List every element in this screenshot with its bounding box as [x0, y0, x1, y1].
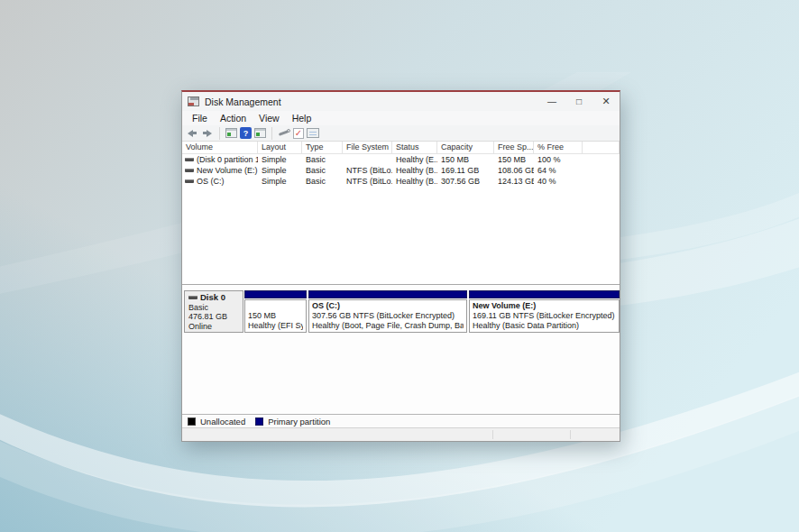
cell-type: Basic: [302, 165, 343, 176]
volume-list-pane: Volume Layout Type File System Status Ca…: [182, 142, 620, 285]
volume-list-header: Volume Layout Type File System Status Ca…: [182, 142, 620, 154]
disk-type: Basic: [188, 303, 239, 313]
primary-partition-label: Primary partition: [268, 417, 330, 427]
menu-help[interactable]: Help: [286, 113, 318, 124]
disk-icon: [188, 296, 197, 299]
cell-status: Healthy (E...: [392, 154, 437, 165]
partition-color-bar: [469, 290, 620, 298]
partition-efi[interactable]: 150 MB Healthy (EFI Syste: [244, 290, 307, 333]
console-window-icon[interactable]: [254, 128, 266, 138]
partition-status: Healthy (EFI Syste: [248, 321, 303, 331]
title-bar[interactable]: Disk Management — □ ✕: [182, 92, 620, 111]
toolbar-separator: [219, 127, 220, 140]
column-header-file-system[interactable]: File System: [343, 142, 392, 153]
status-divider: [492, 430, 493, 439]
cell-pct-free: 64 %: [534, 165, 583, 176]
cell-capacity: 150 MB: [437, 154, 494, 165]
volume-icon: [185, 169, 194, 172]
partition-size: 150 MB: [248, 311, 303, 321]
table-row[interactable]: OS (C:) Simple Basic NTFS (BitLo... Heal…: [182, 176, 620, 187]
properties-panel-icon[interactable]: [307, 128, 319, 138]
window-title: Disk Management: [205, 96, 281, 107]
cell-volume: New Volume (E:): [197, 165, 258, 176]
disk-management-window: Disk Management — □ ✕ File Action View H…: [181, 90, 620, 442]
partition-title: New Volume (E:): [473, 301, 616, 311]
column-header-layout[interactable]: Layout: [258, 142, 302, 153]
unallocated-swatch: [188, 417, 196, 426]
partition-color-bar: [244, 290, 307, 298]
console-window-icon[interactable]: [225, 128, 237, 138]
cell-type: Basic: [302, 176, 343, 187]
status-bar: [182, 427, 620, 441]
cell-layout: Simple: [258, 154, 302, 165]
maximize-button[interactable]: □: [565, 92, 592, 111]
disk0-header[interactable]: Disk 0 Basic 476.81 GB Online: [184, 290, 243, 333]
disk-size: 476.81 GB: [188, 312, 239, 322]
checklist-icon[interactable]: ✓: [293, 128, 304, 139]
status-divider: [570, 430, 571, 439]
cell-status: Healthy (B...: [392, 176, 437, 187]
column-header-status[interactable]: Status: [392, 142, 437, 153]
cell-pct-free: 100 %: [534, 154, 583, 165]
partition-os-c[interactable]: OS (C:) 307.56 GB NTFS (BitLocker Encryp…: [308, 290, 467, 333]
cell-layout: Simple: [258, 176, 302, 187]
partition-title: [248, 301, 303, 311]
partition-size: 169.11 GB NTFS (BitLocker Encrypted): [473, 311, 616, 321]
window-controls: — □ ✕: [538, 92, 620, 111]
partition-color-bar: [308, 290, 467, 298]
unallocated-label: Unallocated: [200, 417, 245, 427]
cell-file-system: NTFS (BitLo...: [343, 165, 392, 176]
menu-file[interactable]: File: [186, 113, 214, 124]
cell-pct-free: 40 %: [534, 176, 583, 187]
table-row[interactable]: New Volume (E:) Simple Basic NTFS (BitLo…: [182, 165, 620, 176]
toolbar: ? ✓: [182, 125, 620, 142]
column-header-type[interactable]: Type: [302, 142, 343, 153]
cell-free-space: 124.13 GB: [494, 176, 534, 187]
cell-free-space: 108.06 GB: [494, 165, 534, 176]
primary-partition-swatch: [255, 417, 263, 426]
menu-action[interactable]: Action: [214, 113, 253, 124]
disk-name: Disk 0: [200, 293, 225, 303]
cell-file-system: NTFS (BitLo...: [343, 176, 392, 187]
column-header-pct-free[interactable]: % Free: [534, 142, 583, 153]
partition-title: OS (C:): [312, 301, 464, 311]
disk0-row: Disk 0 Basic 476.81 GB Online 150 MB Hea…: [184, 290, 620, 333]
graphical-view-pane: Disk 0 Basic 476.81 GB Online 150 MB Hea…: [182, 285, 620, 414]
legend-bar: Unallocated Primary partition: [182, 414, 620, 427]
partition-new-volume-e[interactable]: New Volume (E:) 169.11 GB NTFS (BitLocke…: [469, 290, 620, 333]
forward-arrow-icon[interactable]: [201, 130, 214, 137]
table-row[interactable]: (Disk 0 partition 1) Simple Basic Health…: [182, 154, 620, 165]
cell-volume: (Disk 0 partition 1): [197, 154, 258, 165]
close-button[interactable]: ✕: [592, 92, 620, 111]
partition-size: 307.56 GB NTFS (BitLocker Encrypted): [312, 311, 464, 321]
column-header-capacity[interactable]: Capacity: [437, 142, 494, 153]
volume-icon: [185, 179, 194, 183]
cell-status: Healthy (B...: [392, 165, 437, 176]
cell-layout: Simple: [258, 165, 302, 176]
menu-bar: File Action View Help: [182, 111, 620, 125]
help-icon[interactable]: ?: [240, 127, 252, 139]
toolbar-separator: [271, 127, 272, 140]
cell-type: Basic: [302, 154, 343, 165]
column-header-filler: [583, 142, 620, 153]
cell-capacity: 307.56 GB: [437, 176, 494, 187]
cell-free-space: 150 MB: [494, 154, 534, 165]
cell-volume: OS (C:): [197, 176, 225, 187]
menu-view[interactable]: View: [253, 113, 286, 124]
action-tool-icon[interactable]: [278, 128, 290, 138]
disk-status: Online: [188, 322, 239, 332]
volume-icon: [185, 158, 194, 161]
column-header-free-space[interactable]: Free Sp...: [494, 142, 534, 153]
back-arrow-icon[interactable]: [186, 130, 198, 137]
partition-status: Healthy (Boot, Page File, Crash Dump, Ba…: [312, 321, 464, 331]
partition-status: Healthy (Basic Data Partition): [473, 321, 616, 331]
minimize-button[interactable]: —: [538, 92, 565, 111]
column-header-volume[interactable]: Volume: [182, 142, 258, 153]
cell-capacity: 169.11 GB: [437, 165, 494, 176]
disk-management-icon: [188, 96, 199, 106]
